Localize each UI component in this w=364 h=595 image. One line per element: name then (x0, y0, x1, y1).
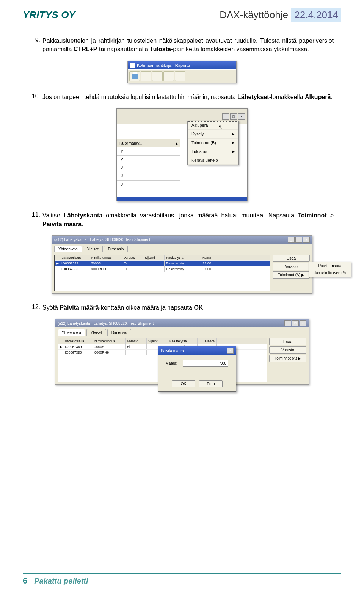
submenu-arrow-icon: ▶ (232, 141, 235, 145)
step-number: 10. (30, 93, 42, 101)
report-window: Kotimaan rahtikirja - Raportti (127, 61, 237, 83)
col-header: Varasto (126, 338, 147, 344)
col-header: Nimiketunnus (93, 338, 126, 344)
toolbar-button[interactable] (152, 71, 163, 81)
col-header: Varasto (122, 255, 143, 260)
lisaa-button[interactable]: Lisää (273, 255, 310, 262)
step-text: Pakkausluettelon ja rahtikirjan tulostei… (42, 37, 334, 54)
close-button[interactable]: × (238, 113, 245, 120)
row-indicator-icon: ▶ (55, 261, 60, 266)
window-title: (a12) Lähetyskanta - Lähetys: SH008620, … (54, 238, 150, 242)
dialog-buttons: OK Peru (158, 378, 236, 391)
grid-row: y (117, 147, 180, 156)
form-body: Varastotilaus Nimiketunnus Varasto Sijai… (52, 252, 312, 293)
tab-dimensio[interactable]: Dimensio (104, 246, 128, 252)
tab-dimensio[interactable]: Dimensio (107, 329, 132, 336)
menu-item-alkupera[interactable]: Alkuperä (188, 121, 238, 130)
table-header-row: Varastotilaus Nimiketunnus Varasto Sijai… (58, 338, 267, 344)
header-right: DAX-käyttöohje 22.4.2014 (220, 8, 341, 22)
field-row: Määrä: (163, 360, 231, 367)
order-table: Varastotilaus Nimiketunnus Varasto Sijai… (54, 255, 270, 291)
varasto-button[interactable]: Varasto (269, 346, 306, 354)
submenu-arrow-icon: ▶ (232, 150, 235, 153)
window-titlebar: (a12) Lähetyskanta - Lähetys: SH008620, … (52, 236, 312, 244)
ok-button[interactable]: OK (172, 380, 195, 387)
page-header: YRITYS OY DAX-käyttöohje 22.4.2014 (0, 0, 364, 25)
grid-row: y (117, 156, 180, 164)
page-number: 6 (23, 576, 27, 586)
grid-header: Kuormalav... ▴ (117, 139, 180, 147)
side-buttons: Lisää Varasto Toiminnot (A) ▶ (273, 255, 310, 291)
doc-date: 22.4.2014 (291, 8, 341, 22)
varasto-button[interactable]: Varasto (273, 263, 310, 270)
toiminnot-button[interactable]: Toiminnot (A) ▶ (273, 271, 310, 279)
lahetyskanta-window: (a12) Lähetyskanta - Lähetys: SH008620, … (52, 235, 312, 294)
menu-item-toiminnot[interactable]: Toiminnot (B)▶ (188, 139, 238, 147)
col-header: Sijainti (143, 255, 165, 260)
col-header: Varastotilaus (63, 338, 93, 344)
menu-item-tulostus[interactable]: Tulostus▶ (188, 147, 238, 156)
toolbar-button[interactable] (141, 71, 151, 81)
step-11: 11. Valitse Lähetyskanta-lomakkeella var… (30, 211, 334, 228)
step-10: 10. Jos on tarpeen tehdä muutoksia lopul… (30, 93, 334, 101)
menu-item-keraysluettelo[interactable]: Keräysluettelo (188, 156, 238, 165)
grid-row: J (117, 181, 180, 189)
table-row[interactable]: IO0067350 9000RHH Ei Rekisteröity 1,00 (55, 266, 270, 272)
minimize-button[interactable]: _ (284, 320, 291, 326)
company-name: YRITYS OY (23, 9, 75, 21)
screenshot-3: (a12) Lähetyskanta - Lähetys: SH008620, … (30, 235, 334, 294)
toolbar-button[interactable] (163, 71, 174, 81)
toolbar-button[interactable] (175, 71, 185, 81)
submenu-arrow-icon: ▶ (232, 132, 235, 136)
tab-yleiset[interactable]: Yleiset (83, 246, 103, 252)
maximize-button[interactable]: □ (292, 320, 299, 326)
tab-yleiset[interactable]: Yleiset (86, 329, 106, 336)
col-header: Määrä (198, 338, 217, 344)
step-text: Jos on tarpeen tehdä muutoksia lopullisi… (42, 93, 334, 101)
dialog-title: Päivitä määrä (161, 349, 184, 353)
maximize-button[interactable]: □ (295, 237, 302, 243)
selection-bar (117, 197, 247, 201)
col-header: Käsittelytila (168, 338, 198, 344)
window-titlebar: (a12) Lähetyskanta - Lähetys: SH008620, … (55, 319, 309, 327)
printer-icon (132, 74, 138, 79)
table-row[interactable]: ▶ IO0067349 2000S Ei Rekisteröity 11,00 (55, 260, 270, 266)
footer-label: Pakattu pelletti (34, 577, 88, 586)
step-text: Syötä Päivitä määrä-kenttään oikea määrä… (42, 304, 334, 312)
side-buttons: Lisää Varasto Toiminnot (A) ▶ (269, 338, 306, 382)
close-button[interactable]: × (303, 237, 310, 243)
tab-yhteenveto[interactable]: Yhteenveto (58, 329, 85, 336)
menu-item-jaa-toimituksen[interactable]: Jaa toimituksen r/h (309, 269, 351, 277)
minimize-button[interactable]: _ (288, 237, 295, 243)
col-header: Nimiketunnus (89, 255, 122, 260)
window-icon (130, 63, 135, 68)
paivita-maara-dialog: Päivitä määrä × Määrä: OK Peru (158, 346, 236, 392)
window-controls: _ □ × (288, 237, 310, 243)
step-number: 9. (30, 37, 42, 54)
col-header: Määrä (194, 255, 213, 260)
tab-yhteenveto[interactable]: Yhteenveto (54, 246, 82, 252)
lisaa-button[interactable]: Lisää (269, 338, 306, 345)
window-title: (a12) Lähetyskanta - Lähetys: SH008620, … (58, 321, 154, 326)
grid-row: J (117, 172, 180, 181)
menu-item-kysely[interactable]: Kysely▶ (188, 130, 238, 139)
window-titlebar: Kotimaan rahtikirja - Raportti (128, 61, 236, 69)
scroll-up-icon[interactable]: ▴ (176, 141, 178, 146)
menu-item-paivita-maara[interactable]: Päivitä määrä (309, 262, 351, 269)
toolbar (128, 69, 236, 83)
cancel-button[interactable]: Peru (199, 380, 223, 387)
window-controls: _ □ × (284, 320, 306, 326)
tabs: Yhteenveto Yleiset Dimensio (55, 327, 309, 336)
close-button[interactable]: × (300, 320, 306, 326)
toiminnot-button[interactable]: Toiminnot (A) ▶ (269, 355, 306, 362)
screenshot-2: _ □ × Kuormalav... ▴ y y J J J Alkuperä … (30, 108, 334, 201)
step-12: 12. Syötä Päivitä määrä-kenttään oikea m… (30, 304, 334, 312)
print-button[interactable] (129, 71, 140, 81)
window-title: Kotimaan rahtikirja - Raportti (137, 63, 190, 68)
maara-input[interactable] (183, 360, 228, 367)
maara-label: Määrä: (163, 361, 180, 365)
minimize-button[interactable]: _ (222, 113, 229, 120)
dialog-close-button[interactable]: × (227, 348, 234, 354)
row-indicator-icon: ▶ (58, 344, 63, 349)
maximize-button[interactable]: □ (230, 113, 237, 120)
